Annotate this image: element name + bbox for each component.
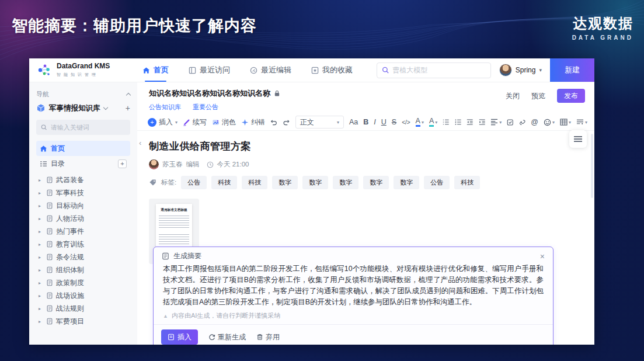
app-logo[interactable]: DataGrand KMS 智 能 知 识 管 理 — [29, 63, 138, 78]
close-icon[interactable]: × — [540, 252, 545, 261]
insert-menu[interactable]: + 插入 ▾ — [148, 117, 177, 127]
author-action: 编辑 — [186, 160, 200, 169]
ordered-list-icon[interactable] — [443, 119, 449, 126]
tree-item-regulations[interactable]: ▸条令法规 — [36, 251, 130, 263]
add-directory-button[interactable]: + — [118, 159, 127, 168]
tag-pill[interactable]: 科技 — [454, 176, 480, 189]
expand-icon: ▸ — [39, 255, 43, 260]
indent-icon[interactable] — [479, 119, 485, 126]
sidebar-item-home[interactable]: 首页 — [36, 141, 130, 156]
knowledge-base-selector[interactable]: 军事情报知识库 + — [36, 100, 130, 116]
tab-favorites[interactable]: 我的收藏 — [311, 58, 353, 82]
tree-item-org-system[interactable]: ▸组织体制 — [36, 263, 130, 276]
font-color-button[interactable]: A▾ — [416, 117, 424, 127]
summary-insert-button[interactable]: 插入 — [161, 329, 198, 345]
tree-item-target-trends[interactable]: ▸目标动向 — [36, 199, 130, 212]
discard-button[interactable]: 弃用 — [256, 332, 280, 342]
bold-button[interactable]: B — [363, 118, 368, 126]
emoji-button[interactable]: ▾ — [544, 119, 555, 126]
tree-item-policy[interactable]: ▸政策制度 — [36, 276, 130, 289]
notebook-icon — [46, 254, 53, 261]
strikethrough-button[interactable]: S — [392, 118, 396, 126]
undo-icon[interactable] — [270, 119, 277, 126]
notebook-icon — [46, 279, 53, 286]
table-button[interactable]: ▾ — [560, 119, 571, 126]
tab-recent-edits[interactable]: 最近编辑 — [250, 58, 291, 82]
new-button[interactable]: 新建 — [550, 58, 594, 82]
italic-button[interactable]: I — [374, 118, 375, 126]
brand-cn: 达观数据 — [572, 14, 633, 33]
content-scrollbar[interactable] — [591, 134, 593, 198]
tag-pill[interactable]: 数字 — [363, 176, 389, 189]
sidebar-item-directory[interactable]: 目录 + — [36, 156, 130, 171]
tree-item-label: 目标动向 — [56, 201, 84, 211]
sidebar-nav-header[interactable]: 导航 — [36, 88, 130, 100]
sidebar-search-input[interactable] — [51, 124, 126, 131]
tag-pill[interactable]: 公告 — [424, 176, 450, 189]
outdent-icon[interactable] — [467, 119, 473, 126]
document-title[interactable]: 制造业供给商管理方案 — [149, 140, 594, 153]
chevron-down-icon: ▾ — [585, 120, 587, 125]
link-icon[interactable] — [519, 119, 525, 126]
tree-item-battlefield[interactable]: ▸战场设施 — [36, 289, 130, 302]
sidebar: 导航 军事情报知识库 + 首页 目录 + — [29, 82, 137, 345]
main-area: 导航 军事情报知识库 + 首页 目录 + — [29, 82, 594, 345]
tree-item-budget[interactable]: ▸军费项目 — [36, 315, 130, 328]
tag-pill[interactable]: 数字 — [333, 176, 358, 189]
notebook-icon — [46, 241, 53, 248]
preview-button[interactable]: 预览 — [531, 91, 545, 101]
add-kb-button[interactable]: + — [126, 104, 130, 112]
ai-continue-button[interactable]: 续写 — [183, 117, 207, 127]
trash-icon — [256, 334, 263, 341]
more-tools-button[interactable]: ▾ — [576, 119, 587, 126]
tab-home[interactable]: 首页 — [142, 58, 169, 82]
tree-item-mil-tech[interactable]: ▸军事科技 — [36, 186, 130, 199]
sidebar-collapse-handle[interactable]: ‹ — [139, 138, 141, 147]
global-search-input[interactable] — [392, 66, 485, 74]
tree-item-label: 武器装备 — [56, 175, 84, 185]
more-icon — [576, 119, 584, 126]
tree-item-tactics[interactable]: ▸战法规则 — [36, 302, 130, 315]
author-avatar — [149, 159, 159, 169]
tree-item-personnel[interactable]: ▸人物活动 — [36, 212, 130, 225]
notebook-icon — [46, 228, 53, 235]
tab-favorites-label: 我的收藏 — [322, 65, 353, 75]
close-button[interactable]: 关闭 — [506, 91, 520, 101]
code-button[interactable]: </> — [402, 119, 410, 126]
outline-toggle-button[interactable] — [569, 130, 587, 148]
link-announce-kb[interactable]: 公告知识库 — [149, 103, 181, 112]
expand-icon: ▸ — [39, 190, 43, 196]
content-area: 知识名称知识名称知识名称知识名称 公告知识库 重要公告 关闭 预览 发布 + 插… — [137, 82, 594, 345]
tab-home-label: 首页 — [154, 65, 169, 75]
align-button[interactable]: ▾ — [490, 119, 502, 126]
task-checkbox-icon[interactable] — [507, 119, 513, 126]
paragraph-style-select[interactable]: 正文 ▾ — [295, 116, 344, 129]
bold-label: B — [363, 118, 368, 126]
user-menu[interactable]: Spring ▾ — [499, 64, 542, 77]
notebook-icon — [46, 305, 53, 312]
regenerate-button[interactable]: 重新生成 — [208, 332, 246, 342]
tag-pill[interactable]: 数字 — [302, 176, 328, 189]
ai-polish-label: 润色 — [222, 117, 236, 127]
mention-button[interactable]: @ — [531, 118, 538, 126]
tag-pill[interactable]: 公告 — [181, 176, 207, 189]
ai-correct-button[interactable]: 纠错 — [241, 117, 265, 127]
tree-item-hot-events[interactable]: ▸热门事件 — [36, 225, 130, 238]
global-search[interactable] — [377, 63, 491, 78]
underline-button[interactable]: U — [381, 118, 387, 126]
publish-button[interactable]: 发布 — [557, 89, 585, 103]
tag-pill[interactable]: 科技 — [242, 176, 267, 189]
tag-pill[interactable]: 数字 — [272, 176, 298, 189]
link-important-announce[interactable]: 重要公告 — [193, 103, 218, 112]
highlight-button[interactable]: A▾ — [429, 117, 437, 127]
sidebar-search[interactable] — [36, 120, 130, 135]
font-size-button[interactable]: Aa — [349, 118, 358, 126]
tree-item-weapons[interactable]: ▸武器装备 — [36, 173, 130, 186]
tag-pill[interactable]: 数字 — [394, 176, 419, 189]
ai-polish-button[interactable]: 润色 — [212, 117, 236, 127]
tree-item-training[interactable]: ▸教育训练 — [36, 238, 130, 251]
bullet-list-icon[interactable] — [455, 119, 461, 126]
tag-pill[interactable]: 科技 — [211, 176, 237, 189]
tab-recent-visits[interactable]: 最近访问 — [189, 58, 230, 82]
redo-icon[interactable] — [283, 119, 290, 126]
